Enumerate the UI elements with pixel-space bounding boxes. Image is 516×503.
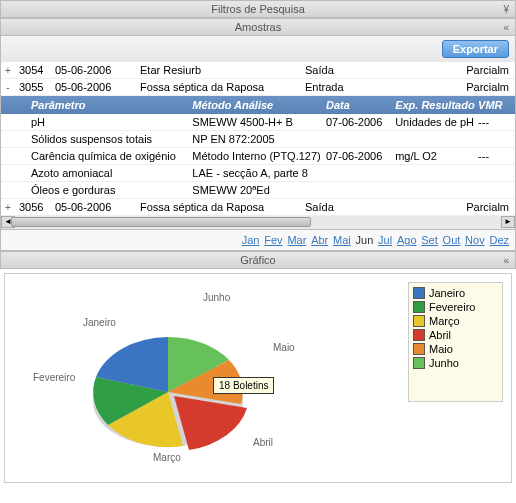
table-row[interactable]: + 3054 05-06-2006 Etar Resiurb Saída Par… <box>1 62 515 79</box>
month-link[interactable]: Dez <box>489 234 509 246</box>
sample-status: Parcialm <box>395 64 515 76</box>
legend-item: Janeiro <box>413 287 498 299</box>
legend-item: Maio <box>413 343 498 355</box>
sample-code: 3055 <box>15 81 55 93</box>
slice-label: Junho <box>203 292 230 303</box>
expand-row-icon[interactable]: + <box>1 65 15 76</box>
month-link[interactable]: Jan <box>242 234 260 246</box>
parameter-row[interactable]: pH SMEWW 4500-H+ B 07-06-2006 Unidades d… <box>1 114 515 131</box>
parameter-row[interactable]: Carência química de oxigénio Método Inte… <box>1 148 515 165</box>
slice-label: Janeiro <box>83 317 116 328</box>
collapse-row-icon[interactable]: - <box>1 82 15 93</box>
sample-desc: Etar Resiurb <box>140 64 305 76</box>
chart-legend: Janeiro Fevereiro Março Abril Maio Junho <box>408 282 503 402</box>
sample-dir: Saída <box>305 64 395 76</box>
chart-panel: Junho Janeiro Fevereiro Março Abril Maio… <box>4 273 512 483</box>
month-link[interactable]: Mai <box>333 234 351 246</box>
expand-filters-icon[interactable]: ¥ <box>503 4 509 15</box>
month-link[interactable]: Fev <box>264 234 282 246</box>
month-pager: Jan Fev Mar Abr Mai Jun Jul Ago Set Out … <box>0 230 516 251</box>
month-link[interactable]: Out <box>443 234 461 246</box>
sample-status: Parcialm <box>395 81 515 93</box>
table-row[interactable]: + 3056 05-06-2006 Fossa séptica da Rapos… <box>1 199 515 216</box>
col-vmr: VMR <box>478 99 515 111</box>
parameter-row[interactable]: Azoto amoniacal LAE - secção A, parte 8 <box>1 165 515 182</box>
chart-title: Gráfico <box>240 254 275 266</box>
legend-item: Abril <box>413 329 498 341</box>
expand-row-icon[interactable]: + <box>1 202 15 213</box>
samples-header[interactable]: Amostras « <box>0 18 516 36</box>
col-metodo: Método Análise <box>192 99 326 111</box>
collapse-chart-icon[interactable]: « <box>503 255 509 266</box>
export-button[interactable]: Exportar <box>442 40 509 58</box>
sample-date: 05-06-2006 <box>55 81 140 93</box>
filters-header[interactable]: Filtros de Pesquisa ¥ <box>0 0 516 18</box>
month-link[interactable]: Abr <box>311 234 328 246</box>
pie-chart: Junho Janeiro Fevereiro Março Abril Maio… <box>13 282 408 474</box>
legend-item: Março <box>413 315 498 327</box>
scroll-right-icon[interactable]: ► <box>501 216 515 228</box>
sample-code: 3054 <box>15 64 55 76</box>
samples-grid: + 3054 05-06-2006 Etar Resiurb Saída Par… <box>0 62 516 216</box>
sample-code: 3056 <box>15 201 55 213</box>
col-parametro: Parâmetro <box>31 99 192 111</box>
chart-header[interactable]: Gráfico « <box>0 251 516 269</box>
legend-item: Junho <box>413 357 498 369</box>
scroll-thumb[interactable] <box>11 217 311 227</box>
sample-date: 05-06-2006 <box>55 201 140 213</box>
month-link[interactable]: Mar <box>287 234 306 246</box>
parameter-row[interactable]: Sólidos suspensos totais NP EN 872:2005 <box>1 131 515 148</box>
month-link[interactable]: Nov <box>465 234 485 246</box>
slice-label: Maio <box>273 342 295 353</box>
sample-desc: Fossa séptica da Raposa <box>140 81 305 93</box>
samples-toolbar: Exportar <box>0 36 516 62</box>
sample-desc: Fossa séptica da Raposa <box>140 201 305 213</box>
horizontal-scrollbar[interactable]: ◄ ► <box>0 216 516 230</box>
month-link[interactable]: Jul <box>378 234 392 246</box>
parameter-row[interactable]: Óleos e gorduras SMEWW 20ªEd <box>1 182 515 199</box>
sample-date: 05-06-2006 <box>55 64 140 76</box>
collapse-samples-icon[interactable]: « <box>503 22 509 33</box>
slice-label: Março <box>153 452 181 463</box>
samples-title: Amostras <box>235 21 281 33</box>
col-data: Data <box>326 99 395 111</box>
sample-status: Parcialm <box>395 201 515 213</box>
month-link[interactable]: Ago <box>397 234 417 246</box>
chart-tooltip: 18 Boletins <box>213 377 274 394</box>
col-exp: Exp. Resultado <box>395 99 478 111</box>
month-link[interactable]: Set <box>421 234 438 246</box>
slice-label: Fevereiro <box>33 372 75 383</box>
legend-item: Fevereiro <box>413 301 498 313</box>
sample-dir: Entrada <box>305 81 395 93</box>
slice-label: Abril <box>253 437 273 448</box>
table-row[interactable]: - 3055 05-06-2006 Fossa séptica da Rapos… <box>1 79 515 96</box>
month-current: Jun <box>356 234 374 246</box>
sample-dir: Saída <box>305 201 395 213</box>
parameter-header: Parâmetro Método Análise Data Exp. Resul… <box>1 96 515 114</box>
filters-title: Filtros de Pesquisa <box>211 3 305 15</box>
